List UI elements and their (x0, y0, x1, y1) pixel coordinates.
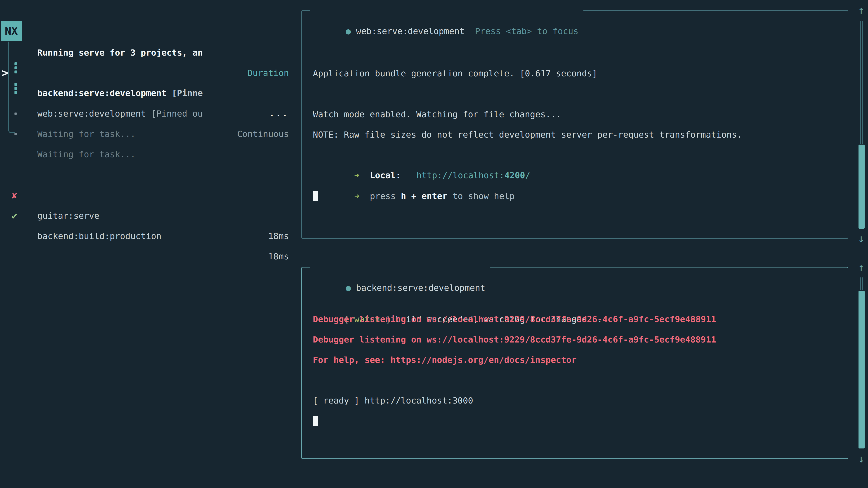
help-pre: press (370, 191, 401, 201)
task-row-backend-serve[interactable]: backend:serve:development [Pinne ... (0, 63, 301, 83)
scroll-up-arrow[interactable]: ↑ (856, 257, 867, 278)
task-row-backend-build[interactable]: ✔ backend:build:production 18ms (0, 185, 301, 205)
task-row-guitar-serve[interactable]: ✘ guitar:serve 18ms (0, 165, 301, 185)
log-line: Application bundle generation complete. … (313, 63, 844, 84)
log-line: NOTE: Raw file sizes do not reflect deve… (313, 125, 844, 145)
help-post: to show help (447, 191, 515, 201)
help-keys: h + enter (401, 191, 447, 201)
scroll-down-arrow[interactable]: ↓ (856, 449, 867, 469)
nx-terminal-ui: NX Running serve for 3 projects, an Dura… (0, 0, 868, 488)
log-line-debugger: Debugger listening on ws://localhost:922… (313, 329, 844, 350)
terminal-cursor (313, 191, 318, 201)
scroll-up-arrow[interactable]: ↑ (856, 0, 867, 20)
log-line-inspector-help: For help, see: https://nodejs.org/en/doc… (313, 350, 844, 370)
focus-hint: Press <tab> to focus (465, 26, 579, 36)
task-duration: 18ms (268, 226, 289, 246)
log-line-watch: [ watch ] build succeeded, watching for … (313, 289, 844, 309)
task-list-title: Running serve for 3 projects, an (37, 42, 203, 63)
log-line-local-url: ➜Local:http://localhost:4200/ (313, 145, 844, 165)
task-name: guitar:serve (37, 205, 99, 226)
scrollbar-track[interactable] (860, 21, 863, 144)
scrollbar-thumb[interactable] (859, 144, 865, 229)
success-check-icon: ✔ (12, 205, 17, 226)
pane-header: ● backend:serve:development (310, 257, 490, 278)
pane-header: ● web:serve:development Press <tab> to f… (310, 1, 583, 21)
task-row-waiting[interactable]: Waiting for task... (0, 124, 301, 144)
scrollbar-thumb[interactable] (859, 291, 865, 449)
arrow-icon: ➜ (354, 191, 360, 201)
log-line-debugger: Debugger listening on ws://localhost:922… (313, 309, 844, 329)
task-list-header: Running serve for 3 projects, an Duratio… (0, 22, 301, 42)
output-pane-backend-serve[interactable]: ● backend:serve:development [ watch ] bu… (301, 267, 848, 459)
output-pane-web-serve[interactable]: ● web:serve:development Press <tab> to f… (301, 10, 848, 239)
scrollbar-track[interactable] (860, 278, 863, 290)
task-name: Waiting for task... (37, 144, 135, 164)
log-line-ready-url[interactable]: [ ready ] http://localhost:3000 (313, 390, 844, 411)
task-row-web-serve[interactable]: web:serve:development [Pinned ou Continu… (0, 83, 301, 103)
task-name: backend:build:production (37, 226, 161, 246)
pane-title: web:serve:development (351, 26, 465, 36)
log-line: Watch mode enabled. Watching for file ch… (313, 104, 844, 125)
scroll-down-arrow[interactable]: ↓ (856, 228, 867, 249)
task-row-waiting[interactable]: Waiting for task... (0, 103, 301, 124)
log-line-help-hint: ➜press h + enter to show help (313, 166, 844, 186)
running-bullet-icon: ● (346, 26, 351, 36)
terminal-cursor (313, 416, 318, 426)
task-duration: 18ms (268, 246, 289, 267)
status-bar: ← 1/1 → quit: q help: ? (0, 451, 301, 471)
